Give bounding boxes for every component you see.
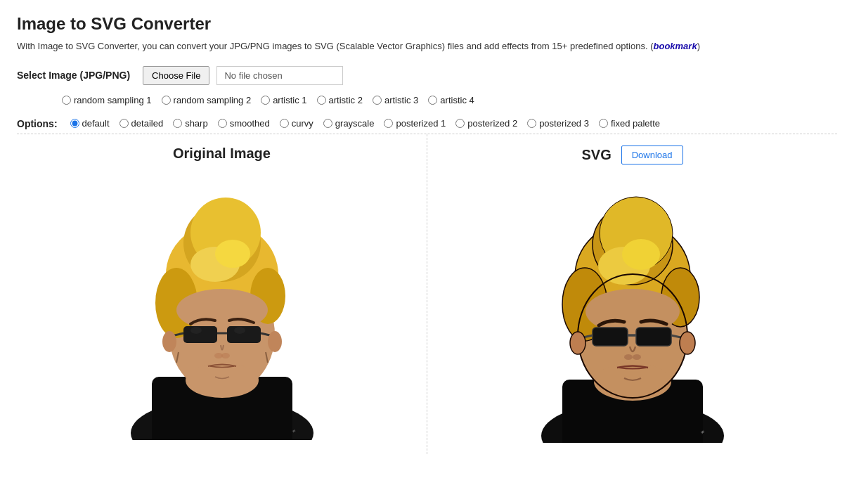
radio-label-opt-curvy: curvy bbox=[292, 118, 313, 129]
radio-option-opt-randomsampling1[interactable]: random sampling 1 bbox=[62, 95, 152, 105]
svg-text:✦: ✦ bbox=[291, 428, 297, 434]
svg-point-36 bbox=[622, 239, 660, 270]
no-file-text: No file chosen bbox=[216, 66, 343, 85]
radio-label-opt-artistic1: artistic 1 bbox=[273, 95, 306, 105]
original-panel-title: Original Image bbox=[173, 146, 271, 162]
svg-output-panel: SVG Download bbox=[427, 134, 837, 454]
svg-point-18 bbox=[190, 327, 202, 334]
radio-option-opt-posterized2[interactable]: posterized 2 bbox=[455, 118, 517, 129]
svg-point-11 bbox=[215, 240, 250, 268]
svg-point-4 bbox=[186, 363, 259, 398]
radio-option-opt-artistic1[interactable]: artistic 1 bbox=[261, 95, 306, 105]
svg-point-22 bbox=[268, 331, 282, 352]
radio-option-opt-default[interactable]: default bbox=[70, 118, 110, 129]
converted-character-svg: ✦ bbox=[527, 176, 738, 443]
download-button[interactable]: Download bbox=[621, 146, 683, 164]
radio-label-opt-artistic4: artistic 4 bbox=[440, 95, 474, 105]
original-panel-header: Original Image bbox=[28, 146, 415, 162]
radio-option-opt-artistic3[interactable]: artistic 3 bbox=[373, 95, 418, 105]
radio-option-opt-artistic4[interactable]: artistic 4 bbox=[428, 95, 474, 105]
radio-label-opt-posterized3: posterized 3 bbox=[539, 118, 589, 129]
subtitle: With Image to SVG Converter, you can con… bbox=[17, 39, 837, 53]
options-row-2: random sampling 1random sampling 2artist… bbox=[17, 95, 837, 105]
radio-label-opt-posterized1: posterized 1 bbox=[396, 118, 446, 129]
file-input-row: Select Image (JPG/PNG) Choose File No fi… bbox=[17, 66, 837, 85]
radio-label-opt-artistic2: artistic 2 bbox=[329, 95, 363, 105]
bookmark-link[interactable]: bookmark bbox=[654, 41, 697, 51]
radio-option-opt-fixedpalette[interactable]: fixed palette bbox=[599, 118, 660, 129]
radio-label-opt-detailed: detailed bbox=[131, 118, 164, 129]
radio-option-opt-posterized3[interactable]: posterized 3 bbox=[527, 118, 589, 129]
radio-label-opt-grayscale: grayscale bbox=[335, 118, 375, 129]
svg-point-45 bbox=[633, 354, 641, 360]
svg-point-23 bbox=[162, 331, 176, 352]
radio-option-opt-smoothed[interactable]: smoothed bbox=[218, 118, 270, 129]
svg-text:✦: ✦ bbox=[699, 429, 705, 436]
file-input-label: Select Image (JPG/PNG) bbox=[17, 70, 130, 81]
choose-file-button[interactable]: Choose File bbox=[143, 66, 209, 85]
original-image-panel: Original Image bbox=[17, 134, 427, 454]
radio-label-opt-posterized2: posterized 2 bbox=[467, 118, 517, 129]
radio-label-opt-fixedpalette: fixed palette bbox=[611, 118, 660, 129]
options-row-1: Options: defaultdetailedsharpsmoothedcur… bbox=[17, 118, 837, 129]
radio-option-opt-curvy[interactable]: curvy bbox=[280, 118, 313, 129]
svg-point-21 bbox=[221, 353, 230, 358]
options-label: Options: bbox=[17, 118, 58, 129]
radio-option-opt-artistic2[interactable]: artistic 2 bbox=[317, 95, 363, 105]
svg-rect-39 bbox=[593, 328, 628, 346]
radio-label-opt-smoothed: smoothed bbox=[230, 118, 270, 129]
svg-point-46 bbox=[680, 332, 695, 354]
svg-point-47 bbox=[570, 332, 585, 354]
svg-point-44 bbox=[624, 354, 633, 360]
radio-option-opt-grayscale[interactable]: grayscale bbox=[323, 118, 375, 129]
radio-option-opt-detailed[interactable]: detailed bbox=[119, 118, 164, 129]
svg-panel-title: SVG bbox=[581, 147, 611, 163]
svg-point-19 bbox=[234, 327, 245, 334]
original-character-svg: ✦ bbox=[117, 173, 328, 440]
page-title: Image to SVG Converter bbox=[17, 14, 837, 34]
radio-option-opt-sharp[interactable]: sharp bbox=[173, 118, 208, 129]
svg-rect-40 bbox=[636, 328, 671, 346]
radio-label-opt-randomsampling1: random sampling 1 bbox=[74, 95, 152, 105]
images-container: Original Image bbox=[17, 134, 837, 454]
svg-panel-header: SVG Download bbox=[439, 146, 826, 164]
radio-label-opt-sharp: sharp bbox=[185, 118, 208, 129]
radio-label-opt-randomsampling2: random sampling 2 bbox=[174, 95, 252, 105]
radio-label-opt-artistic3: artistic 3 bbox=[384, 95, 418, 105]
radio-label-opt-default: default bbox=[82, 118, 110, 129]
radio-option-opt-posterized1[interactable]: posterized 1 bbox=[384, 118, 446, 129]
radio-option-opt-randomsampling2[interactable]: random sampling 2 bbox=[162, 95, 252, 105]
